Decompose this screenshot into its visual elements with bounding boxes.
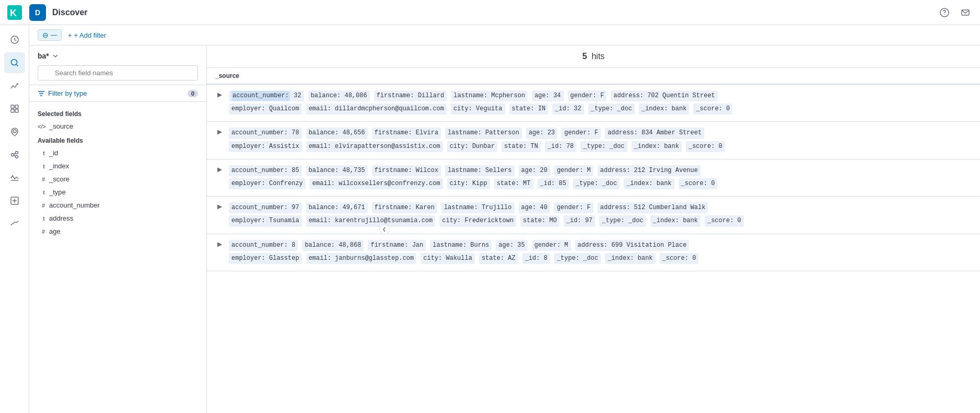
rail-metrics[interactable] (4, 167, 25, 188)
rail-clock[interactable] (4, 29, 25, 50)
field-pill: balance: 48,656 (306, 128, 368, 139)
rail-canvas[interactable] (4, 190, 25, 211)
field-pill: address: 699 Visitation Place (575, 240, 690, 251)
table-row[interactable]: ▶ account_number: 32 balance: 48,086 fir… (207, 85, 980, 122)
chevron-down-icon (52, 53, 59, 59)
field-type-icon-source: </> (38, 123, 45, 130)
toggle-sidebar-button[interactable] (379, 224, 390, 235)
expand-row-button[interactable]: ▶ (215, 240, 224, 248)
field-pill: balance: 48,735 (306, 165, 368, 176)
field-name-index: _index (49, 162, 69, 170)
rail-ml[interactable] (4, 144, 25, 165)
rail-timelion[interactable] (4, 213, 25, 234)
field-type-icon-index: t (38, 163, 45, 169)
field-pill: _type: _doc (573, 178, 620, 189)
field-pill: _id: 32 (552, 104, 584, 114)
filter-icon (38, 90, 45, 97)
field-pill: age: 23 (526, 128, 557, 139)
content-area: ⊖ — + + Add filter ba* (29, 25, 980, 413)
field-pill: email: karentrujillo@tsunamia.com (306, 215, 436, 226)
svg-point-10 (13, 130, 16, 133)
field-item-address[interactable]: t address (29, 212, 206, 225)
field-pill: gender: M (532, 240, 571, 251)
field-pill: city: Kipp (447, 178, 490, 189)
expand-row-button[interactable]: ▶ (215, 203, 224, 210)
field-pill: _score: 0 (686, 141, 725, 152)
field-item-id[interactable]: t _id (29, 146, 206, 159)
field-item-type[interactable]: t _type (29, 186, 206, 199)
field-name-age: age (49, 227, 61, 235)
hits-count: 5 hits (582, 52, 605, 61)
results-table[interactable]: _source ▶ account_number: 32 balance: 48… (207, 68, 980, 413)
filter-by-type-button[interactable]: Filter by type (38, 89, 87, 97)
available-fields-label: Available fields (29, 133, 206, 146)
field-pill: firstname: Dillard (374, 90, 447, 101)
hits-number: 5 (582, 52, 587, 61)
rail-maps[interactable] (4, 121, 25, 142)
field-item-source[interactable]: </> _source (29, 120, 206, 133)
table-row[interactable]: ▶ account_number: 85 balance: 48,735 fir… (207, 159, 980, 197)
index-pattern-selector[interactable]: ba* (38, 52, 198, 60)
expand-row-button[interactable]: ▶ (215, 91, 224, 98)
results-header: 5 hits (207, 45, 980, 68)
field-pill: employer: Confrenzy (229, 178, 306, 189)
field-name-address: address (49, 214, 73, 222)
field-pill: employer: Tsunamia (229, 215, 302, 226)
workspace: ba* Filter by type (29, 45, 980, 413)
index-pattern-name: ba* (38, 52, 49, 60)
filter-type-row: Filter by type 0 (29, 85, 206, 102)
app-icon[interactable]: D (29, 4, 46, 21)
svg-rect-3 (962, 10, 969, 15)
svg-rect-8 (11, 109, 14, 112)
field-type-icon-id: t (38, 150, 45, 156)
search-field-wrap (38, 65, 198, 81)
rail-visualize[interactable] (4, 75, 25, 96)
field-pill: address: 512 Cumberland Walk (598, 202, 708, 213)
table-row[interactable]: ▶ account_number: 78 balance: 48,656 fir… (207, 122, 980, 159)
field-item-account-number[interactable]: # account_number (29, 199, 206, 212)
field-name-type: _type (49, 188, 66, 196)
app-title: Discover (52, 8, 930, 17)
field-pill: account_number: 85 (229, 165, 302, 176)
field-pill: gender: F (554, 202, 593, 213)
field-pill: state: IN (509, 104, 549, 114)
field-pill: email: janburns@glasstep.com (306, 253, 417, 264)
filter-chip-dash: — (51, 31, 57, 39)
top-nav-right (936, 4, 974, 21)
table-row[interactable]: ▶ account_number: 97 balance: 49,671 fir… (207, 197, 980, 234)
search-field-input[interactable] (38, 65, 198, 81)
result-content: account_number: 97 balance: 49,671 first… (228, 202, 972, 228)
add-filter-icon: + (68, 31, 72, 39)
field-type-icon-score: # (38, 176, 45, 182)
table-row[interactable]: ▶ account_number: 8 balance: 48,868 firs… (207, 234, 980, 271)
field-item-age[interactable]: # age (29, 225, 206, 238)
sidebar-top: ba* (29, 45, 206, 85)
field-pill: _id: 97 (564, 215, 595, 226)
result-content: account_number: 8 balance: 48,868 firstn… (228, 239, 972, 266)
field-pill: state: TN (501, 141, 541, 152)
svg-rect-6 (11, 105, 14, 108)
column-header: _source (207, 68, 980, 85)
add-filter-button[interactable]: + + Add filter (66, 30, 108, 40)
rail-dashboard[interactable] (4, 98, 25, 119)
expand-row-button[interactable]: ▶ (215, 166, 224, 173)
field-item-score[interactable]: # _score (29, 173, 206, 186)
field-item-index[interactable]: t _index (29, 159, 206, 173)
results-panel: 5 hits _source ▶ account_ (207, 45, 980, 413)
filter-chip[interactable]: ⊖ — (38, 29, 62, 41)
field-pill: gender: F (568, 90, 607, 101)
field-pill: email: elvirapatterson@assistix.com (306, 141, 443, 152)
top-nav: K D Discover (0, 0, 980, 25)
expand-row-button[interactable]: ▶ (215, 128, 224, 135)
field-name-account-number: account_number (49, 201, 100, 209)
help-button[interactable] (936, 4, 953, 21)
result-content: account_number: 85 balance: 48,735 first… (228, 165, 972, 191)
filter-chip-icon: ⊖ (42, 31, 49, 39)
field-pill: email: wilcoxsellers@confrenzy.com (310, 178, 443, 189)
selected-fields-label: Selected fields (29, 106, 206, 120)
rail-discover[interactable] (4, 52, 25, 73)
field-pill: balance: 48,868 (302, 240, 364, 251)
mail-button[interactable] (957, 4, 974, 21)
field-pill: firstname: Karen (372, 202, 437, 213)
svg-point-5 (11, 60, 17, 65)
